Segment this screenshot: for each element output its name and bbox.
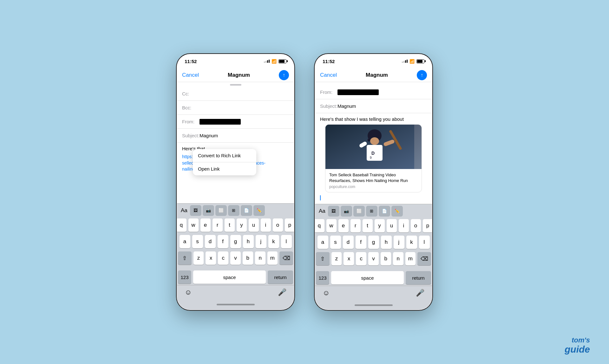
key-g-right[interactable]: g	[368, 236, 379, 249]
key-e-left[interactable]: e	[200, 218, 211, 232]
key-delete-left[interactable]: ⌫	[279, 251, 293, 265]
key-b-right[interactable]: b	[381, 252, 391, 265]
toolbar-layout-btn-left[interactable]: ⊞	[228, 205, 239, 216]
key-n-right[interactable]: n	[393, 252, 403, 265]
key-z-right[interactable]: z	[331, 252, 342, 265]
email-content-left[interactable]: Here's that https://pop…selleck-baseball…	[177, 143, 294, 203]
key-z-left[interactable]: z	[193, 251, 204, 265]
subject-field-right[interactable]: Subject: Magnum	[315, 99, 432, 113]
key-r-right[interactable]: r	[350, 219, 361, 232]
emoji-icon-right[interactable]: ☺	[323, 289, 330, 297]
key-d-right[interactable]: d	[343, 236, 354, 249]
toolbar-script-btn-right[interactable]: ✏️	[391, 206, 403, 217]
toolbar-scan-btn-right[interactable]: ⬜	[353, 206, 365, 217]
key-x-right[interactable]: x	[344, 252, 354, 265]
mic-icon-left[interactable]: 🎤	[278, 288, 286, 296]
toolbar-aa-right[interactable]: Aa	[318, 208, 327, 214]
key-m-right[interactable]: m	[405, 252, 416, 265]
bcc-field[interactable]: Bcc:	[177, 101, 294, 115]
open-link-btn[interactable]: Open Link	[193, 162, 256, 175]
key-i-left[interactable]: i	[261, 218, 271, 232]
from-field[interactable]: From:	[177, 115, 294, 129]
toolbar-scan-btn-left[interactable]: ⬜	[215, 205, 227, 216]
key-n-left[interactable]: n	[255, 251, 265, 265]
toolbar-camera-btn-right[interactable]: 📷	[341, 206, 352, 217]
keyboard-right[interactable]: Aa 🖼 📷 ⬜ ⊞ 📄 ✏️ q w e r	[315, 204, 432, 310]
subject-field-left[interactable]: Subject: Magnum	[177, 129, 294, 143]
key-w-right[interactable]: w	[326, 219, 337, 232]
key-f-right[interactable]: f	[356, 236, 366, 249]
key-space-right[interactable]: space	[331, 271, 404, 284]
key-s-right[interactable]: s	[330, 236, 341, 249]
key-v-right[interactable]: v	[368, 252, 379, 265]
key-d-left[interactable]: d	[205, 235, 216, 248]
key-o-right[interactable]: o	[411, 219, 421, 232]
key-123-left[interactable]: 123	[178, 270, 191, 284]
key-return-left[interactable]: return	[268, 270, 293, 284]
from-field-right[interactable]: From:	[315, 85, 432, 99]
toolbar-layout-btn-right[interactable]: ⊞	[366, 206, 377, 217]
key-l-left[interactable]: l	[281, 235, 292, 248]
key-h-right[interactable]: h	[381, 236, 392, 249]
key-i-right[interactable]: i	[399, 219, 409, 232]
kb-row-3-right: ⇧ z x c v b n m ⌫	[316, 252, 431, 265]
key-l-right[interactable]: l	[419, 236, 430, 249]
key-123-right[interactable]: 123	[316, 271, 329, 284]
key-u-right[interactable]: u	[387, 219, 397, 232]
key-w-left[interactable]: w	[188, 218, 199, 232]
send-button-left[interactable]: ↑	[279, 70, 289, 80]
convert-rich-link-btn[interactable]: Convert to Rich Link	[193, 149, 256, 162]
cancel-button-right[interactable]: Cancel	[320, 72, 337, 78]
key-f-left[interactable]: f	[218, 235, 228, 248]
status-icons-right: 📶	[402, 59, 424, 64]
rich-link-card[interactable]: D 9 Tom Selleck Baseball Tr	[325, 124, 422, 192]
key-shift-left[interactable]: ⇧	[178, 251, 192, 265]
toolbar-doc-btn-right[interactable]: 📄	[379, 206, 390, 217]
key-q-left[interactable]: q	[177, 218, 187, 232]
send-button-right[interactable]: ↑	[417, 70, 427, 80]
key-j-left[interactable]: j	[256, 235, 266, 248]
keyboard-left[interactable]: Aa 🖼 📷 ⬜ ⊞ 📄 ✏️ q w e r	[177, 203, 294, 310]
key-a-right[interactable]: a	[318, 236, 328, 249]
key-space-left[interactable]: space	[193, 270, 266, 284]
key-a-left[interactable]: a	[180, 235, 190, 248]
key-t-left[interactable]: t	[225, 218, 235, 232]
key-q-right[interactable]: q	[315, 219, 324, 232]
key-b-left[interactable]: b	[243, 251, 253, 265]
key-u-left[interactable]: u	[249, 218, 259, 232]
battery-icon	[278, 59, 286, 63]
key-return-right[interactable]: return	[406, 271, 431, 284]
emoji-icon-left[interactable]: ☺	[185, 288, 192, 296]
key-t-right[interactable]: t	[363, 219, 373, 232]
key-y-right[interactable]: y	[375, 219, 385, 232]
cc-field[interactable]: Cc:	[177, 87, 294, 101]
key-s-left[interactable]: s	[192, 235, 203, 248]
key-x-left[interactable]: x	[206, 251, 216, 265]
email-content-right[interactable]: Here's that show I was telling you about	[315, 113, 432, 204]
key-v-left[interactable]: v	[230, 251, 241, 265]
mic-icon-right[interactable]: 🎤	[416, 289, 424, 297]
toolbar-camera-btn-left[interactable]: 📷	[203, 205, 214, 216]
key-k-left[interactable]: k	[268, 235, 279, 248]
key-g-left[interactable]: g	[230, 235, 241, 248]
key-p-right[interactable]: p	[423, 219, 432, 232]
key-o-left[interactable]: o	[273, 218, 283, 232]
key-k-right[interactable]: k	[406, 236, 417, 249]
key-e-right[interactable]: e	[338, 219, 349, 232]
key-r-left[interactable]: r	[213, 218, 223, 232]
key-y-left[interactable]: y	[237, 218, 247, 232]
toolbar-image-btn-right[interactable]: 🖼	[328, 206, 339, 217]
key-c-left[interactable]: c	[218, 251, 228, 265]
cancel-button-left[interactable]: Cancel	[182, 72, 199, 78]
key-delete-right[interactable]: ⌫	[417, 252, 431, 265]
key-j-right[interactable]: j	[394, 236, 404, 249]
toolbar-image-btn-left[interactable]: 🖼	[190, 205, 201, 216]
key-h-left[interactable]: h	[243, 235, 254, 248]
toolbar-aa-left[interactable]: Aa	[180, 207, 189, 214]
key-m-left[interactable]: m	[267, 251, 278, 265]
key-p-left[interactable]: p	[285, 218, 294, 232]
key-shift-right[interactable]: ⇧	[316, 252, 330, 265]
toolbar-script-btn-left[interactable]: ✏️	[253, 205, 265, 216]
toolbar-doc-btn-left[interactable]: 📄	[241, 205, 252, 216]
key-c-right[interactable]: c	[356, 252, 366, 265]
